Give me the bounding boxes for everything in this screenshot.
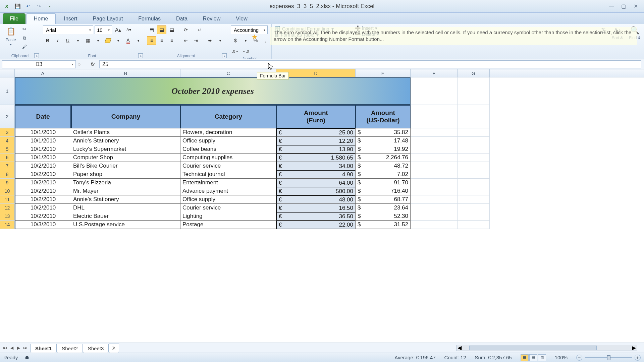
cell-category[interactable]: Technical journal xyxy=(180,170,276,179)
cell-amount-euro[interactable]: €48.00 xyxy=(276,195,356,204)
spreadsheet-grid[interactable]: ABCDEFG 1October 2010 expenses2DateCompa… xyxy=(0,69,644,343)
tab-data[interactable]: Data xyxy=(169,14,195,24)
cell-company[interactable]: Tony's Pizzeria xyxy=(71,179,180,187)
select-all-corner[interactable] xyxy=(0,69,15,77)
cell-amount-usd[interactable]: $2,264.76 xyxy=(356,154,411,162)
row-header[interactable]: 3 xyxy=(0,128,15,137)
sheet-nav-first-icon[interactable]: ⏮ xyxy=(2,346,8,350)
insert-button[interactable]: ➕ Insert ▾ xyxy=(355,25,377,31)
fill-color-button[interactable] xyxy=(103,36,113,45)
cell-amount-usd[interactable]: $716.40 xyxy=(356,187,411,195)
cell-company[interactable]: Paper shop xyxy=(71,170,180,179)
undo-icon[interactable]: ↶ xyxy=(23,2,33,11)
cell[interactable] xyxy=(411,105,458,128)
cell-company[interactable]: Bill's Bike Courier xyxy=(71,162,180,170)
cell-company[interactable]: Ostler's Plants xyxy=(71,128,180,137)
zoom-in-icon[interactable]: + xyxy=(635,355,641,361)
new-sheet-icon[interactable]: ✳ xyxy=(109,344,119,353)
wrap-text-icon[interactable]: ↵ xyxy=(195,25,205,34)
header-euro[interactable]: Amount(Euro) xyxy=(276,105,356,128)
tab-file[interactable]: File xyxy=(3,13,25,24)
cell[interactable] xyxy=(458,221,490,229)
sheet-nav-next-icon[interactable]: ▶ xyxy=(15,346,21,350)
view-page-break-icon[interactable]: ▥ xyxy=(538,354,546,361)
row-header[interactable]: 1 xyxy=(0,77,15,105)
align-bottom-icon[interactable]: ⬓ xyxy=(167,25,176,34)
row-header[interactable]: 12 xyxy=(0,204,15,212)
cell[interactable] xyxy=(458,105,490,128)
cell-category[interactable]: Coffee beans xyxy=(180,145,276,154)
cell-amount-euro[interactable]: €64.00 xyxy=(276,179,356,187)
cell[interactable] xyxy=(411,162,458,170)
cell[interactable] xyxy=(411,154,458,162)
row-header[interactable]: 7 xyxy=(0,162,15,170)
sort-filter-button[interactable]: A↓ Sort & xyxy=(612,26,623,40)
column-header-B[interactable]: B xyxy=(71,69,180,77)
cell-amount-euro[interactable]: €4.90 xyxy=(276,170,356,179)
header-date[interactable]: Date xyxy=(15,105,71,128)
cell-category[interactable]: Flowers, decoration xyxy=(180,128,276,137)
cell[interactable] xyxy=(458,170,490,179)
cell-amount-usd[interactable]: $19.92 xyxy=(356,145,411,154)
save-icon[interactable]: 💾 xyxy=(13,2,22,11)
cell-date[interactable]: 10/2/2010 xyxy=(15,162,71,170)
cell-company[interactable]: Computer Shop xyxy=(71,154,180,162)
redo-icon[interactable]: ↷ xyxy=(34,2,44,11)
tab-view[interactable]: View xyxy=(228,14,255,24)
view-normal-icon[interactable]: ▦ xyxy=(521,354,529,361)
font-color-button[interactable]: A xyxy=(123,36,133,45)
cell-category[interactable]: Office supply xyxy=(180,137,276,145)
column-header-G[interactable]: G xyxy=(458,69,490,77)
currency-dropdown[interactable]: ▾ xyxy=(241,36,250,45)
cell[interactable] xyxy=(411,221,458,229)
cell[interactable] xyxy=(411,128,458,137)
format-as-table-button[interactable]: ▦Format as Table ▾ xyxy=(274,32,319,38)
italic-button[interactable]: I xyxy=(53,36,62,45)
decrease-decimal-icon[interactable]: ←.0 xyxy=(241,47,250,56)
cell-date[interactable]: 10/2/2010 xyxy=(15,212,71,221)
merge-dropdown[interactable]: ▾ xyxy=(215,36,225,45)
header-company[interactable]: Company xyxy=(71,105,180,128)
paste-button[interactable]: 📋 Paste ▾ xyxy=(3,25,19,46)
row-header[interactable]: 9 xyxy=(0,179,15,187)
cell-company[interactable]: Annie's Stationery xyxy=(71,195,180,204)
border-button[interactable]: ▦ xyxy=(83,36,93,45)
font-name-select[interactable]: Arial xyxy=(43,25,93,34)
sheet-tab-1[interactable]: Sheet1 xyxy=(30,344,57,353)
row-header[interactable]: 8 xyxy=(0,170,15,179)
row-header[interactable]: 4 xyxy=(0,137,15,145)
cell-category[interactable]: Computing supplies xyxy=(180,154,276,162)
tab-formulas[interactable]: Formulas xyxy=(131,14,168,24)
decrease-indent-icon[interactable]: ⇤ xyxy=(181,36,191,45)
cell-company[interactable]: DHL xyxy=(71,204,180,212)
font-color-dropdown[interactable]: ▾ xyxy=(133,36,143,45)
cell[interactable] xyxy=(458,154,490,162)
excel-icon[interactable]: X xyxy=(2,2,11,11)
macro-record-icon[interactable]: ⏺ xyxy=(24,355,30,360)
view-page-layout-icon[interactable]: ▤ xyxy=(529,354,537,361)
align-left-icon[interactable]: ≡ xyxy=(147,36,156,45)
number-format-select[interactable]: Accounting xyxy=(231,25,268,34)
maximize-icon[interactable]: ▢ xyxy=(620,3,627,9)
cell[interactable] xyxy=(458,128,490,137)
cell[interactable] xyxy=(458,212,490,221)
sheet-tab-3[interactable]: Sheet3 xyxy=(83,344,109,353)
comma-icon[interactable]: , xyxy=(261,36,270,45)
cell[interactable] xyxy=(411,187,458,195)
cell-date[interactable]: 10/1/2010 xyxy=(15,154,71,162)
tab-insert[interactable]: Insert xyxy=(56,14,85,24)
cell[interactable] xyxy=(411,195,458,204)
cell-date[interactable]: 10/2/2010 xyxy=(15,204,71,212)
qat-customize-icon[interactable]: ▾ xyxy=(45,2,54,11)
tab-home[interactable]: Home xyxy=(26,13,56,24)
sheet-tab-2[interactable]: Sheet2 xyxy=(57,344,83,353)
row-header[interactable]: 13 xyxy=(0,212,15,221)
cell-category[interactable]: Entertainment xyxy=(180,179,276,187)
cell-amount-usd[interactable]: $31.52 xyxy=(356,221,411,229)
fx-icon[interactable]: fx xyxy=(88,60,97,68)
increase-decimal-icon[interactable]: .0→ xyxy=(231,47,240,56)
conditional-formatting-button[interactable]: 🔢Conditional Formatting ▾ xyxy=(274,26,334,32)
cell[interactable] xyxy=(458,204,490,212)
cell[interactable] xyxy=(411,137,458,145)
cell-amount-euro[interactable]: €16.50 xyxy=(276,204,356,212)
